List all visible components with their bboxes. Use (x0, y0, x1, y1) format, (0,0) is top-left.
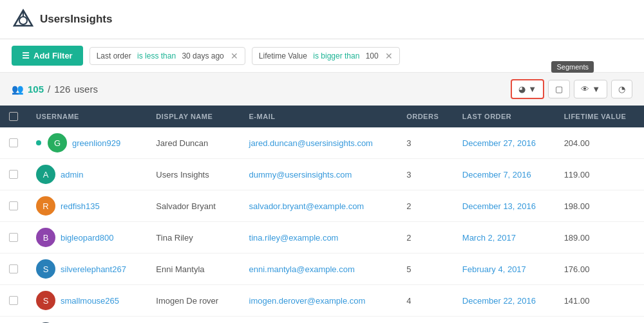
row-orders: 3 (397, 159, 453, 190)
segments-chevron: ▼ (528, 84, 536, 94)
segments-button[interactable]: ◕ ▼ (511, 79, 544, 99)
count-separator: / (48, 84, 50, 95)
row-last-order: December 7, 2016 (453, 159, 555, 190)
row-last-order: December 27, 2016 (453, 127, 555, 159)
row-checkbox[interactable] (9, 233, 18, 242)
row-display-name: Matthieu Fournier (147, 317, 240, 324)
row-email: jared.duncan@usersinsights.com (240, 127, 398, 159)
last-order-link[interactable]: December 22, 2016 (462, 296, 536, 306)
table-row: G greenlion929 Jared Duncanjared.duncan@… (0, 127, 644, 159)
email-link[interactable]: jared.duncan@usersinsights.com (249, 138, 373, 148)
email-link[interactable]: dummy@usersinsights.com (249, 170, 352, 180)
logo-text: UsersInsights (40, 13, 112, 26)
table-row: B bigleopard800 Tina Rileytina.riley@exa… (0, 222, 644, 254)
segments-tooltip: Segments (551, 61, 594, 73)
avatar: B (36, 228, 55, 247)
row-checkbox-cell (0, 159, 27, 190)
table-row: S smallmouse265 Imogen De roverimogen.de… (0, 285, 644, 317)
username-link[interactable]: admin (61, 170, 83, 180)
grid-button[interactable]: ▢ (548, 80, 570, 98)
email-link[interactable]: imogen.derover@example.com (249, 296, 366, 306)
row-email: dummy@usersinsights.com (240, 159, 398, 190)
row-username-cell: B bigleopard800 (27, 222, 147, 254)
row-checkbox-cell (0, 317, 27, 324)
col-lifetime-value: LIFETIME VALUE (555, 106, 644, 127)
table-body: G greenlion929 Jared Duncanjared.duncan@… (0, 127, 644, 323)
row-display-name: Imogen De rover (147, 285, 240, 317)
col-display-name: DISPLAY NAME (147, 106, 240, 127)
last-order-link[interactable]: December 27, 2016 (462, 138, 536, 148)
users-bar: 👥 105 / 126 users Segments ◕ ▼ ▢ 👁 ▼ ◔ (0, 73, 644, 106)
row-orders: 5 (397, 317, 453, 324)
filter-close-2[interactable]: ✕ (385, 51, 393, 60)
email-link[interactable]: tina.riley@example.com (249, 233, 339, 243)
email-link[interactable]: enni.mantyla@example.com (249, 264, 355, 274)
filter-close-1[interactable]: ✕ (231, 51, 238, 60)
avatar: S (36, 259, 55, 279)
row-checkbox[interactable] (9, 170, 18, 179)
row-checkbox-cell (0, 222, 27, 254)
username-link[interactable]: smallmouse265 (61, 296, 119, 306)
row-checkbox[interactable] (9, 138, 18, 147)
eye-chevron: ▼ (592, 84, 600, 94)
row-lifetime-value: 119.00 (555, 159, 644, 190)
filter-tag-lifetime-value: Lifetime Value is bigger than 100 ✕ (252, 47, 400, 65)
row-checkbox[interactable] (9, 296, 18, 305)
row-lifetime-value: 141.00 (555, 285, 644, 317)
add-filter-label: Add Filter (33, 51, 73, 60)
table-row: R redfish135 Salvador Bryantsalvador.bry… (0, 190, 644, 222)
col-checkbox (0, 106, 27, 127)
filter-suffix-1: 30 days ago (180, 51, 224, 60)
username-link[interactable]: redfish135 (61, 201, 100, 211)
row-username-cell: S silverelephant267 (27, 254, 147, 285)
avatar: S (36, 291, 55, 310)
row-orders: 5 (397, 254, 453, 285)
row-checkbox-cell (0, 127, 27, 159)
row-username-cell: S smallmouse265 (27, 285, 147, 317)
username-link[interactable]: silverelephant267 (61, 264, 126, 274)
last-order-link[interactable]: December 7, 2016 (462, 170, 531, 180)
users-icon: 👥 (12, 84, 24, 95)
circle-button[interactable]: ◔ (611, 80, 632, 98)
avatar: A (36, 165, 55, 184)
row-checkbox[interactable] (9, 264, 18, 273)
avatar: R (36, 196, 55, 216)
row-email: enni.mantyla@example.com (240, 254, 398, 285)
filter-suffix-2: 100 (363, 51, 378, 60)
last-order-link[interactable]: February 4, 2017 (462, 264, 526, 274)
add-filter-button[interactable]: ☰ Add Filter (12, 46, 83, 66)
username-link[interactable]: bigleopard800 (61, 233, 113, 243)
last-order-link[interactable]: December 13, 2016 (462, 201, 536, 211)
email-link[interactable]: salvador.bryant@example.com (249, 201, 365, 211)
row-username-cell: G greenlion929 (27, 127, 147, 159)
row-display-name: Enni Mantyla (147, 254, 240, 285)
count-total: 126 (54, 84, 70, 95)
header-checkbox[interactable] (9, 112, 18, 121)
filter-keyword-2: is bigger than (313, 51, 359, 60)
row-lifetime-value: 204.00 (555, 127, 644, 159)
row-display-name: Salvador Bryant (147, 190, 240, 222)
row-lifetime-value: 198.00 (555, 190, 644, 222)
logo-icon (12, 8, 35, 31)
username-link[interactable]: greenlion929 (72, 138, 120, 148)
avatar: G (48, 133, 67, 152)
filter-prefix-2: Lifetime Value (259, 51, 310, 60)
row-checkbox[interactable] (9, 201, 18, 210)
row-lifetime-value: 176.00 (555, 254, 644, 285)
last-order-link[interactable]: March 2, 2017 (462, 233, 516, 243)
top-bar: UsersInsights (0, 0, 644, 39)
row-checkbox-cell (0, 254, 27, 285)
eye-button[interactable]: 👁 ▼ (574, 80, 607, 98)
segments-icon: ◕ (518, 84, 526, 94)
filter-icon: ☰ (22, 51, 30, 60)
col-username: USERNAME (27, 106, 147, 127)
row-email: tina.riley@example.com (240, 222, 398, 254)
filter-keyword-1: is less than (137, 51, 176, 60)
row-email: matthieu.fournier@example.com (240, 317, 398, 324)
svg-point-1 (19, 17, 27, 24)
row-last-order: December 22, 2016 (453, 285, 555, 317)
row-last-order: December 13, 2016 (453, 190, 555, 222)
row-display-name: Jared Duncan (147, 127, 240, 159)
row-orders: 3 (397, 127, 453, 159)
row-lifetime-value: 189.00 (555, 222, 644, 254)
